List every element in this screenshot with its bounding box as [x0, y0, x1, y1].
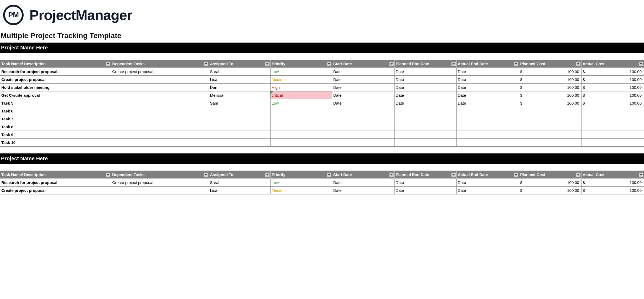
filter-dropdown-icon[interactable]	[106, 61, 110, 66]
cell-planned-end-date[interactable]: Date	[394, 76, 456, 84]
column-header-task[interactable]: Task Name/ Description	[0, 60, 111, 68]
cell-priority[interactable]: Low	[271, 99, 332, 107]
cell-start-date[interactable]	[332, 139, 394, 147]
cell-assigned-to[interactable]: Sarah	[209, 68, 271, 76]
cell-task-name[interactable]: Task 5	[0, 99, 111, 107]
column-header-actual-cost[interactable]: Actual Cost	[581, 60, 644, 68]
cell-task-name[interactable]: Task 8	[0, 123, 111, 131]
cell-priority[interactable]: Low	[271, 68, 332, 76]
cell-planned-cost[interactable]: $100.00	[519, 99, 581, 107]
cell-dependent-tasks[interactable]	[111, 131, 209, 139]
cell-planned-cost[interactable]	[519, 139, 581, 147]
cell-planned-cost[interactable]: $100.00	[519, 179, 581, 187]
cell-start-date[interactable]	[332, 115, 394, 123]
filter-dropdown-icon[interactable]	[576, 172, 581, 177]
cell-actual-end-date[interactable]	[456, 131, 519, 139]
column-header-start-date[interactable]: Start Date	[332, 60, 394, 68]
column-header-planned-end[interactable]: Planned End Date	[394, 60, 456, 68]
cell-task-name[interactable]: Hold stakeholder meeting	[0, 84, 111, 91]
cell-actual-cost[interactable]	[581, 123, 644, 131]
cell-actual-end-date[interactable]	[456, 115, 519, 123]
cell-actual-cost[interactable]	[581, 139, 644, 147]
cell-assigned-to[interactable]: Sarah	[209, 179, 271, 187]
cell-actual-end-date[interactable]: Date	[456, 68, 519, 76]
cell-task-name[interactable]: Create project proposal	[0, 76, 111, 84]
filter-dropdown-icon[interactable]	[451, 172, 456, 177]
cell-start-date[interactable]	[332, 131, 394, 139]
cell-planned-end-date[interactable]: Date	[394, 84, 456, 91]
cell-dependent-tasks[interactable]	[111, 123, 209, 131]
filter-dropdown-icon[interactable]	[265, 61, 270, 66]
filter-dropdown-icon[interactable]	[576, 61, 581, 66]
cell-planned-cost[interactable]	[519, 131, 581, 139]
cell-priority[interactable]: Medium	[271, 187, 332, 194]
filter-dropdown-icon[interactable]	[327, 61, 331, 66]
cell-dependent-tasks[interactable]	[111, 76, 209, 84]
filter-dropdown-icon[interactable]	[638, 61, 643, 66]
cell-planned-end-date[interactable]	[394, 131, 456, 139]
filter-dropdown-icon[interactable]	[106, 172, 110, 177]
cell-start-date[interactable]	[332, 107, 394, 115]
filter-dropdown-icon[interactable]	[513, 172, 518, 177]
cell-actual-cost[interactable]: $100.00	[581, 84, 644, 91]
column-header-actual-cost[interactable]: Actual Cost	[581, 171, 644, 179]
cell-planned-end-date[interactable]: Date	[394, 68, 456, 76]
cell-planned-cost[interactable]: $100.00	[519, 84, 581, 91]
cell-dependent-tasks[interactable]	[111, 187, 209, 194]
cell-task-name[interactable]: Create project proposal	[0, 187, 111, 194]
cell-planned-end-date[interactable]	[394, 123, 456, 131]
filter-dropdown-icon[interactable]	[451, 61, 456, 66]
cell-start-date[interactable]: Date	[332, 179, 394, 187]
cell-actual-end-date[interactable]: Date	[456, 179, 519, 187]
filter-dropdown-icon[interactable]	[389, 172, 394, 177]
cell-planned-cost[interactable]: $100.00	[519, 187, 581, 194]
cell-priority[interactable]	[271, 139, 332, 147]
cell-start-date[interactable]: Date	[332, 68, 394, 76]
cell-planned-end-date[interactable]: Date	[394, 99, 456, 107]
cell-start-date[interactable]: Date	[332, 99, 394, 107]
cell-task-name[interactable]: Research for project proposal	[0, 179, 111, 187]
cell-planned-cost[interactable]: $100.00	[519, 91, 581, 99]
cell-assigned-to[interactable]: Sam	[209, 99, 271, 107]
cell-actual-cost[interactable]: $100.00	[581, 68, 644, 76]
cell-planned-end-date[interactable]	[394, 107, 456, 115]
cell-task-name[interactable]: Task 6	[0, 107, 111, 115]
column-header-start-date[interactable]: Start Date	[332, 171, 394, 179]
cell-assigned-to[interactable]: Dan	[209, 84, 271, 91]
cell-actual-end-date[interactable]	[456, 123, 519, 131]
cell-actual-cost[interactable]: $100.00	[581, 91, 644, 99]
cell-dependent-tasks[interactable]	[111, 115, 209, 123]
cell-actual-cost[interactable]: $100.00	[581, 99, 644, 107]
cell-planned-end-date[interactable]: Date	[394, 91, 456, 99]
cell-start-date[interactable]: Date	[332, 91, 394, 99]
cell-priority[interactable]: High	[271, 84, 332, 91]
cell-task-name[interactable]: Task 10	[0, 139, 111, 147]
cell-planned-cost[interactable]	[519, 107, 581, 115]
cell-planned-end-date[interactable]: Date	[394, 187, 456, 194]
cell-priority[interactable]	[271, 123, 332, 131]
column-header-assigned[interactable]: Assigned To	[209, 171, 271, 179]
column-header-actual-end[interactable]: Actual End Date	[456, 171, 519, 179]
cell-priority[interactable]	[271, 131, 332, 139]
cell-dependent-tasks[interactable]: Create project proposal	[111, 68, 209, 76]
cell-actual-end-date[interactable]: Date	[456, 187, 519, 194]
cell-assigned-to[interactable]: Melissa	[209, 91, 271, 99]
cell-dependent-tasks[interactable]	[111, 84, 209, 91]
cell-assigned-to[interactable]	[209, 115, 271, 123]
cell-task-name[interactable]: Research for project proposal	[0, 68, 111, 76]
cell-planned-end-date[interactable]	[394, 115, 456, 123]
cell-actual-end-date[interactable]: Date	[456, 91, 519, 99]
cell-priority[interactable]: Medium	[271, 76, 332, 84]
column-header-priority[interactable]: Priority	[271, 60, 332, 68]
column-header-planned-cost[interactable]: Planned Cost	[519, 171, 581, 179]
column-header-dependent[interactable]: Dependent Tasks	[111, 171, 209, 179]
cell-actual-end-date[interactable]	[456, 107, 519, 115]
cell-actual-end-date[interactable]: Date	[456, 84, 519, 91]
filter-dropdown-icon[interactable]	[638, 172, 643, 177]
cell-start-date[interactable]: Date	[332, 84, 394, 91]
cell-assigned-to[interactable]	[209, 139, 271, 147]
cell-dependent-tasks[interactable]	[111, 99, 209, 107]
cell-planned-end-date[interactable]	[394, 139, 456, 147]
column-header-actual-end[interactable]: Actual End Date	[456, 60, 519, 68]
cell-actual-cost[interactable]	[581, 107, 644, 115]
